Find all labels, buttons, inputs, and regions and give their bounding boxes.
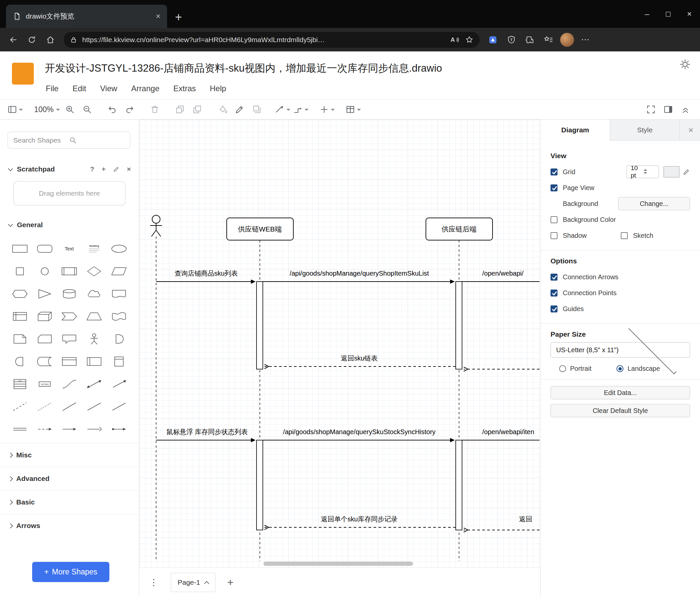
panel-close-icon[interactable]: × — [689, 125, 693, 135]
shape-and[interactable] — [8, 350, 32, 373]
redo-button[interactable] — [121, 102, 138, 117]
horizontal-scrollbar[interactable] — [264, 562, 413, 566]
menu-edit[interactable]: Edit — [73, 84, 86, 93]
scratchpad-edit-icon[interactable] — [113, 166, 120, 172]
shape-data-storage[interactable] — [32, 350, 57, 373]
tab-close-icon[interactable]: × — [156, 11, 160, 21]
tab-style[interactable]: Style — [610, 120, 680, 140]
scratchpad-add-icon[interactable]: + — [101, 165, 105, 173]
shape-note[interactable] — [8, 328, 32, 350]
activation-web-1[interactable] — [256, 282, 263, 369]
fullscreen-button[interactable] — [642, 102, 659, 117]
close-button[interactable]: × — [679, 0, 700, 28]
landscape-radio[interactable] — [617, 365, 623, 372]
menu-help[interactable]: Help — [210, 84, 226, 93]
shape-list-item[interactable]: List Item — [32, 373, 57, 395]
shape-line[interactable] — [57, 395, 82, 418]
menu-file[interactable]: File — [46, 84, 59, 93]
shape-process[interactable] — [57, 260, 82, 283]
shape-trapezoid[interactable] — [82, 305, 107, 328]
section-misc[interactable]: Misc — [0, 443, 139, 467]
new-tab-button[interactable]: + — [175, 11, 182, 23]
shape-bidirectional-connector[interactable] — [82, 395, 107, 418]
connection-points-checkbox[interactable] — [551, 290, 557, 296]
refresh-button[interactable] — [24, 32, 40, 48]
browser-tab[interactable]: drawio文件预览 × — [6, 5, 167, 28]
shape-link[interactable] — [8, 418, 32, 440]
shape-list[interactable]: List — [8, 373, 32, 395]
paper-size-select[interactable]: US-Letter (8,5" x 11") — [551, 342, 690, 358]
home-button[interactable] — [43, 32, 58, 48]
grid-size-input[interactable]: 10 pt — [626, 166, 659, 178]
more-shapes-button[interactable]: + More Shapes — [32, 562, 109, 582]
shape-cloud[interactable] — [82, 283, 107, 305]
section-basic[interactable]: Basic — [0, 490, 139, 514]
shape-rectangle[interactable] — [8, 237, 32, 260]
landscape-radio-group[interactable]: Landscape — [617, 365, 660, 373]
shape-search-box[interactable]: Search Shapes — [8, 132, 130, 149]
line-color-button[interactable] — [231, 102, 248, 117]
actor-figure[interactable] — [150, 215, 162, 237]
extensions-puzzle-icon[interactable] — [522, 32, 538, 48]
shape-container[interactable] — [57, 350, 82, 373]
back-button[interactable] — [5, 32, 21, 48]
section-arrows[interactable]: Arrows — [0, 514, 139, 537]
pages-menu-icon[interactable]: ⋮ — [149, 577, 158, 588]
favorite-star-icon[interactable] — [465, 35, 474, 44]
shape-directional-connector[interactable] — [106, 395, 131, 418]
grid-surface[interactable]: 供应链WEB端 供应链后端 查询店铺商品sku列表 /api/goods/sho… — [139, 120, 540, 568]
zoom-out-button[interactable] — [79, 102, 96, 117]
shape-square[interactable] — [8, 260, 32, 283]
delete-button[interactable] — [146, 102, 164, 117]
page-view-checkbox[interactable] — [551, 184, 557, 191]
guides-checkbox[interactable] — [551, 306, 557, 312]
shape-textbox[interactable]: Heading — [82, 237, 107, 260]
sketch-checkbox[interactable] — [621, 232, 628, 239]
minimize-button[interactable]: – — [636, 0, 657, 28]
fill-color-button[interactable] — [214, 102, 231, 117]
to-front-button[interactable] — [171, 102, 189, 117]
shape-simple-arrow[interactable] — [82, 418, 107, 440]
shape-actor[interactable] — [82, 328, 107, 350]
spinner-icon[interactable] — [644, 168, 656, 175]
shape-cube[interactable] — [32, 305, 57, 328]
zoom-button[interactable]: 100% — [32, 102, 61, 117]
scratchpad-close-icon[interactable]: × — [127, 165, 131, 173]
shape-hexagon[interactable] — [8, 283, 32, 305]
scratchpad-dropzone[interactable]: Drag elements here — [13, 181, 126, 206]
shape-dotted-line[interactable] — [32, 395, 57, 418]
shape-arrow[interactable] — [106, 373, 131, 395]
shape-curve[interactable] — [57, 373, 82, 395]
browser-menu-icon[interactable]: ⋯ — [578, 32, 594, 48]
edit-data-button[interactable]: Edit Data... — [551, 386, 690, 399]
shape-bidirectional-arrow[interactable] — [82, 373, 107, 395]
address-bar[interactable]: https://file.kkview.cn/onlinePreview?url… — [64, 32, 480, 48]
diagram-canvas[interactable]: 供应链WEB端 供应链后端 查询店铺商品sku列表 /api/goods/sho… — [139, 120, 540, 597]
format-panel-button[interactable] — [659, 102, 677, 117]
insert-button[interactable] — [318, 102, 336, 117]
blue-extension-icon[interactable] — [485, 32, 501, 48]
clear-default-style-button[interactable]: Clear Default Style — [551, 404, 690, 417]
shape-text[interactable]: Text — [57, 237, 82, 260]
shape-parallelogram[interactable] — [106, 260, 131, 283]
shape-dashed-edge[interactable] — [32, 418, 57, 440]
shape-callout[interactable] — [57, 328, 82, 350]
theme-toggle-icon[interactable] — [679, 59, 691, 70]
shape-rounded-rectangle[interactable] — [32, 237, 57, 260]
shape-triangle[interactable] — [32, 283, 57, 305]
grid-color-edit-icon[interactable] — [683, 168, 690, 175]
shape-endpoint-arrow[interactable] — [106, 418, 131, 440]
shape-edge[interactable] — [57, 418, 82, 440]
shape-card[interactable] — [32, 328, 57, 350]
shape-horizontal-container[interactable] — [82, 350, 107, 373]
menu-arrange[interactable]: Arrange — [131, 84, 159, 93]
read-aloud-icon[interactable]: A — [450, 35, 459, 44]
lock-icon[interactable] — [70, 36, 78, 44]
portrait-radio[interactable] — [559, 365, 566, 372]
shape-cylinder[interactable] — [57, 283, 82, 305]
to-back-button[interactable] — [189, 102, 206, 117]
shape-vertical-container[interactable] — [106, 350, 131, 373]
shadow-button[interactable] — [248, 102, 266, 117]
grid-color-swatch[interactable] — [664, 166, 679, 177]
favorites-bar-icon[interactable] — [541, 32, 556, 48]
